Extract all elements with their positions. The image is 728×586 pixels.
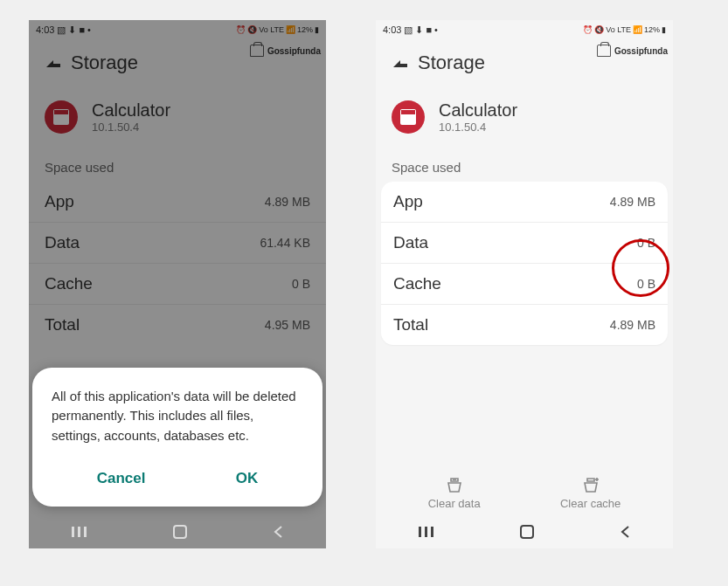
dot-icon: • xyxy=(434,24,438,35)
svg-rect-0 xyxy=(72,527,74,537)
nav-bar xyxy=(376,519,673,548)
row-app: App 4.89 MB xyxy=(381,182,668,223)
svg-rect-6 xyxy=(431,527,433,537)
svg-rect-5 xyxy=(425,527,427,537)
back-icon[interactable] xyxy=(392,58,407,68)
back-nav-icon[interactable] xyxy=(272,525,284,542)
battery-icon: ▮ xyxy=(662,25,666,34)
watermark-text: Gossipfunda xyxy=(614,46,668,56)
recents-icon[interactable] xyxy=(71,526,88,541)
row-label: App xyxy=(393,192,423,211)
app-row: Calculator 10.1.50.4 xyxy=(376,83,673,146)
svg-rect-1 xyxy=(78,527,80,537)
clear-data-button[interactable]: Clear data xyxy=(428,476,481,510)
section-label: Space used xyxy=(376,146,673,178)
app-icon xyxy=(392,100,425,134)
svg-rect-2 xyxy=(84,527,87,537)
row-value: 4.89 MB xyxy=(610,318,655,332)
recents-icon[interactable] xyxy=(418,526,435,541)
battery-text: 12% xyxy=(644,25,660,34)
home-icon[interactable] xyxy=(172,524,188,543)
alarm-icon: ⏰ xyxy=(583,25,593,34)
mute-icon: 🔇 xyxy=(594,25,604,34)
row-label: Data xyxy=(393,233,428,252)
back-nav-icon[interactable] xyxy=(619,525,631,542)
svg-rect-7 xyxy=(521,526,533,538)
home-icon[interactable] xyxy=(519,524,535,543)
status-time: 4:03 xyxy=(383,24,401,35)
row-label: Total xyxy=(393,315,428,334)
watermark-icon xyxy=(597,45,611,57)
page-title: Storage xyxy=(418,52,485,74)
row-value: 4.89 MB xyxy=(610,195,655,209)
clear-cache-button[interactable]: Clear cache xyxy=(560,476,621,510)
image-icon: ▧ xyxy=(404,24,413,36)
row-data: Data 0 B xyxy=(381,223,668,264)
bottom-actions: Clear data Clear cache xyxy=(376,467,673,519)
app-name: Calculator xyxy=(439,100,517,121)
network-icon: Vo LTE xyxy=(606,25,631,34)
svg-rect-4 xyxy=(419,527,421,537)
clear-data-label: Clear data xyxy=(428,497,481,510)
storage-rows: App 4.89 MB Data 0 B Cache 0 B Total 4.8… xyxy=(381,182,668,345)
app-version: 10.1.50.4 xyxy=(439,121,517,134)
download-icon: ⬇ xyxy=(415,24,423,36)
dialog-message: All of this application's data will be d… xyxy=(52,387,303,446)
phone-left: 4:03 ▧ ⬇ ■ • ⏰ 🔇 Vo LTE 📶 12% ▮ Gossipfu… xyxy=(29,20,326,548)
row-total: Total 4.89 MB xyxy=(381,305,668,345)
clear-cache-label: Clear cache xyxy=(560,497,621,510)
svg-rect-3 xyxy=(174,526,186,538)
status-bar: 4:03 ▧ ⬇ ■ • ⏰ 🔇 Vo LTE 📶 12% ▮ xyxy=(376,20,673,39)
row-value: 0 B xyxy=(637,277,655,291)
folder-icon: ■ xyxy=(426,24,432,35)
phone-right: 4:03 ▧ ⬇ ■ • ⏰ 🔇 Vo LTE 📶 12% ▮ Gossipfu… xyxy=(376,20,673,548)
row-value: 0 B xyxy=(637,236,655,250)
row-label: Cache xyxy=(393,274,441,293)
nav-bar xyxy=(29,519,326,548)
row-cache: Cache 0 B xyxy=(381,264,668,305)
ok-button[interactable]: OK xyxy=(218,463,276,494)
watermark: Gossipfunda xyxy=(597,45,668,57)
signal-icon: 📶 xyxy=(633,25,642,34)
confirm-dialog: All of this application's data will be d… xyxy=(32,368,322,507)
cancel-button[interactable]: Cancel xyxy=(80,463,163,494)
